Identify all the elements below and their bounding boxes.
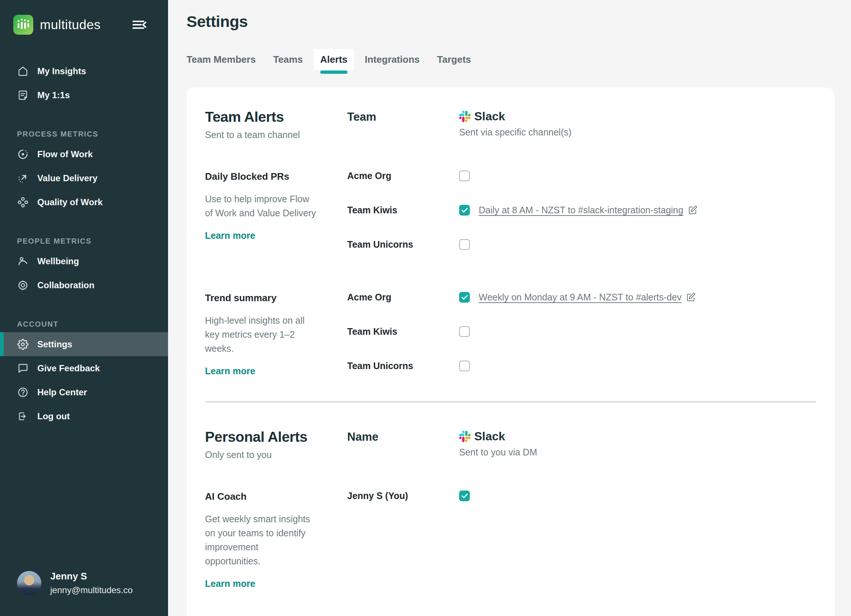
alert-name: AI Coach bbox=[205, 479, 347, 502]
alert-name: 1:1 prompts bbox=[205, 610, 347, 616]
tab-label: Teams bbox=[266, 49, 309, 70]
section-title-account: ACCOUNT bbox=[0, 320, 168, 328]
alert-group-trend-summary: Trend summary High-level insights on all… bbox=[205, 280, 816, 383]
speech-bubble-icon bbox=[17, 363, 29, 374]
document-icon bbox=[17, 90, 29, 101]
nav-label: My 1:1s bbox=[37, 90, 70, 100]
team-label: Acme Org bbox=[347, 292, 459, 303]
tabs: Team Members Teams Alerts Integrations T… bbox=[180, 49, 835, 74]
nav-label: Quality of Work bbox=[37, 197, 103, 207]
edit-icon bbox=[686, 292, 696, 302]
schedule-link[interactable]: Daily at 8 AM - NZST to #slack-integrati… bbox=[479, 205, 698, 216]
alert-description: Get weekly smart insights on your teams … bbox=[205, 512, 312, 568]
personal-alerts-heading: Personal Alerts bbox=[205, 429, 347, 445]
sidebar-item-help-center[interactable]: Help Center bbox=[0, 380, 168, 404]
name-label: Jenny S (You) bbox=[347, 490, 459, 501]
alert-checkbox[interactable] bbox=[459, 239, 470, 250]
sidebar-item-my-1-1s[interactable]: My 1:1s bbox=[0, 83, 168, 107]
slack-subtitle: Sent via specific channel(s) bbox=[459, 127, 816, 138]
alert-checkbox[interactable] bbox=[459, 326, 470, 337]
sidebar-item-quality-of-work[interactable]: Quality of Work bbox=[0, 190, 168, 214]
sidebar-item-my-insights[interactable]: My Insights bbox=[0, 59, 168, 83]
brand-name: multitudes bbox=[40, 17, 101, 32]
alert-checkbox[interactable] bbox=[459, 292, 470, 303]
user-profile: Jenny S jenny@multitudes.co bbox=[0, 571, 168, 616]
learn-more-link[interactable]: Learn more bbox=[205, 230, 255, 241]
nav-label: Give Feedback bbox=[37, 363, 100, 373]
alert-row: Team Kiwis Daily at 8 AM - NZST to #slac… bbox=[347, 193, 816, 227]
learn-more-link[interactable]: Learn more bbox=[205, 366, 255, 376]
tab-alerts[interactable]: Alerts bbox=[314, 49, 354, 74]
alert-checkbox[interactable] bbox=[459, 205, 470, 216]
slack-subtitle: Sent to you via DM bbox=[459, 447, 816, 458]
collapse-menu-icon bbox=[132, 18, 147, 31]
learn-more-link[interactable]: Learn more bbox=[205, 579, 255, 589]
nav-label: Settings bbox=[37, 339, 72, 349]
tab-targets[interactable]: Targets bbox=[430, 49, 478, 74]
sidebar-item-settings[interactable]: Settings bbox=[0, 332, 168, 356]
page-title: Settings bbox=[186, 12, 835, 31]
brand: multitudes bbox=[13, 15, 101, 35]
nav-label: Value Delivery bbox=[37, 173, 98, 183]
alert-row: Acme Org bbox=[347, 159, 816, 193]
section-divider bbox=[205, 402, 816, 402]
multitudes-logo-icon bbox=[13, 15, 33, 35]
alerts-card: Team Alerts Sent to a team channel Team … bbox=[186, 87, 835, 616]
person-icon bbox=[17, 256, 29, 267]
team-alerts-header: Team Alerts Sent to a team channel Team … bbox=[205, 109, 816, 140]
nav-label: Wellbeing bbox=[37, 256, 79, 267]
sidebar-item-log-out[interactable]: Log out bbox=[0, 404, 168, 428]
user-name: Jenny S bbox=[50, 571, 132, 582]
team-alerts-subheading: Sent to a team channel bbox=[205, 130, 347, 140]
sidebar-nav: My Insights My 1:1s PROCESS METRICS Flow… bbox=[0, 59, 168, 428]
nav-label: My Insights bbox=[37, 66, 86, 76]
sidebar: multitudes My Insights My 1:1s PROCESS M… bbox=[0, 0, 168, 616]
sidebar-item-give-feedback[interactable]: Give Feedback bbox=[0, 356, 168, 380]
nav-label: Collaboration bbox=[37, 280, 95, 291]
user-info: Jenny S jenny@multitudes.co bbox=[50, 571, 132, 595]
sidebar-item-collaboration[interactable]: Collaboration bbox=[0, 273, 168, 297]
alert-row: Team Kiwis bbox=[347, 315, 816, 349]
alert-checkbox[interactable] bbox=[459, 490, 470, 501]
tab-team-members[interactable]: Team Members bbox=[180, 49, 262, 74]
tab-label: Alerts bbox=[314, 49, 354, 70]
team-column-header: Team bbox=[347, 109, 459, 124]
avatar bbox=[17, 571, 41, 595]
alert-description: High-level insights on all key metrics e… bbox=[205, 313, 319, 355]
quality-of-work-icon bbox=[17, 197, 29, 208]
slack-icon bbox=[459, 111, 471, 122]
alert-row: Jenny S (You) bbox=[347, 479, 816, 513]
tab-integrations[interactable]: Integrations bbox=[358, 49, 427, 74]
alert-group-daily-blocked-prs: Daily Blocked PRs Use to help improve Fl… bbox=[205, 159, 816, 262]
main-content: Settings Team Members Teams Alerts Integ… bbox=[168, 0, 851, 616]
alert-row: Acme Org Weekly on Monday at 9 AM - NZST… bbox=[347, 280, 816, 315]
personal-alerts-subheading: Only sent to you bbox=[205, 450, 347, 460]
alert-checkbox[interactable] bbox=[459, 171, 470, 181]
home-icon bbox=[17, 66, 29, 77]
sidebar-collapse-button[interactable] bbox=[132, 18, 147, 31]
slack-label: Slack bbox=[474, 109, 505, 123]
team-label: Team Unicorns bbox=[347, 361, 459, 371]
gear-icon bbox=[17, 339, 29, 350]
personal-alerts-header: Personal Alerts Only sent to you Name Sl… bbox=[205, 429, 816, 460]
user-email: jenny@multitudes.co bbox=[50, 585, 132, 595]
tab-label: Integrations bbox=[358, 49, 427, 70]
nav-label: Flow of Work bbox=[37, 149, 93, 159]
flow-of-work-icon bbox=[17, 149, 29, 160]
sidebar-item-value-delivery[interactable]: Value Delivery bbox=[0, 166, 168, 190]
alert-name: Daily Blocked PRs bbox=[205, 159, 347, 182]
alert-description: Use to help improve Flow of Work and Val… bbox=[205, 192, 319, 220]
tab-teams[interactable]: Teams bbox=[266, 49, 309, 74]
alert-checkbox[interactable] bbox=[459, 361, 470, 371]
section-title-process-metrics: PROCESS METRICS bbox=[0, 130, 168, 138]
sidebar-item-wellbeing[interactable]: Wellbeing bbox=[0, 249, 168, 273]
section-title-people-metrics: PEOPLE METRICS bbox=[0, 237, 168, 246]
nav-label: Help Center bbox=[37, 387, 87, 397]
tab-label: Team Members bbox=[180, 49, 262, 70]
active-tab-underline bbox=[320, 70, 347, 74]
alert-row: Vivek Weekly on Tuesday at 6 AM - NZST bbox=[347, 610, 816, 616]
team-label: Acme Org bbox=[347, 171, 459, 181]
alert-group-1-1-prompts: 1:1 prompts Vivek Weekly on Tuesday at 6… bbox=[205, 610, 816, 616]
sidebar-item-flow-of-work[interactable]: Flow of Work bbox=[0, 142, 168, 166]
schedule-link[interactable]: Weekly on Monday at 9 AM - NZST to #aler… bbox=[479, 292, 696, 303]
